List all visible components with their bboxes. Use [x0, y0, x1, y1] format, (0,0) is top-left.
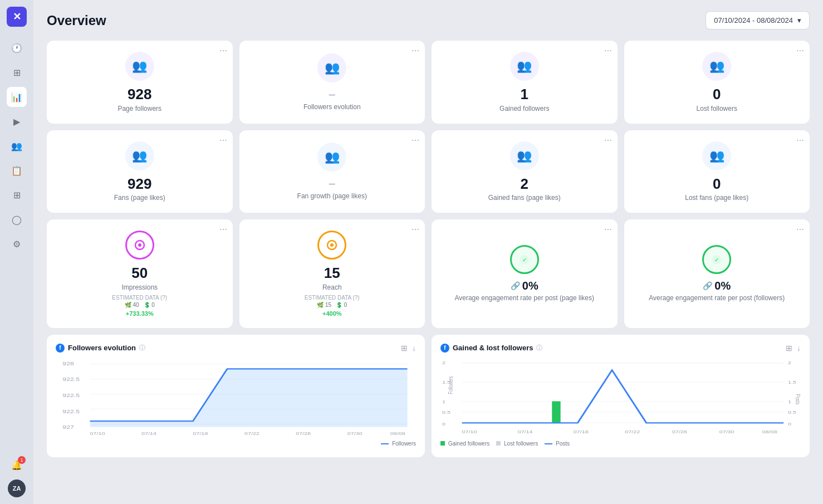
reach-value: 15 — [324, 265, 340, 281]
svg-text:07/14: 07/14 — [141, 431, 156, 436]
svg-text:922.5: 922.5 — [62, 376, 80, 382]
card-menu-icon[interactable]: ⋯ — [796, 225, 804, 234]
svg-text:07/18: 07/18 — [193, 431, 208, 436]
svg-text:08/08: 08/08 — [390, 431, 405, 436]
sidebar-item-doc[interactable]: 📋 — [7, 160, 27, 180]
card-menu-icon[interactable]: ⋯ — [604, 136, 612, 145]
fan-growth-value: – — [329, 177, 335, 190]
stat-card-page-followers: ⋯ 👥 928 Page followers — [47, 41, 233, 124]
followers-evolution-value: – — [329, 88, 335, 101]
stat-card-gained-followers: ⋯ 👥 1 Gained followers — [432, 41, 618, 124]
gained-followers-value: 1 — [521, 86, 528, 102]
facebook-icon: f — [56, 344, 65, 353]
lost-fans-label: Lost fans (page likes) — [685, 194, 748, 202]
lost-fans-value: 0 — [713, 176, 721, 192]
card-menu-icon[interactable]: ⋯ — [796, 46, 804, 55]
sidebar-item-grid[interactable]: ⊞ — [7, 62, 27, 82]
download-btn[interactable]: ↓ — [412, 344, 416, 353]
info-icon[interactable]: ⓘ — [139, 344, 145, 352]
legend-followers-label: Followers — [392, 441, 416, 447]
svg-text:✓: ✓ — [714, 257, 719, 263]
sidebar-item-clock[interactable]: 🕐 — [7, 38, 27, 58]
fan-growth-label: Fan growth (page likes) — [297, 192, 367, 200]
gained-fans-value: 2 — [521, 176, 528, 192]
card-menu-icon[interactable]: ⋯ — [604, 46, 612, 55]
card-menu-icon[interactable]: ⋯ — [219, 225, 227, 234]
chart-header: f Gained & lost followers ⓘ ⊞ ↓ — [440, 344, 801, 353]
stat-card-impressions: ⋯ 50 Impressions ESTIMATED DATA (?) 🌿 40… — [47, 219, 233, 328]
stat-card-avg-engagement-likes: ⋯ ✓ 🔗 0% Average engagement rate per pos… — [432, 219, 618, 328]
card-menu-icon[interactable]: ⋯ — [796, 136, 804, 145]
fans-icon: 👥 — [125, 141, 154, 170]
notification-badge: 1 — [18, 456, 26, 464]
svg-text:07/18: 07/18 — [574, 429, 589, 434]
svg-text:Posts: Posts — [794, 394, 801, 404]
svg-text:07/22: 07/22 — [625, 429, 640, 434]
avg-engagement-followers-icon: ✓ — [702, 245, 731, 274]
legend-lost-label: Lost followers — [504, 441, 538, 447]
card-menu-icon[interactable]: ⋯ — [219, 136, 227, 145]
app-logo[interactable]: ✕ — [7, 7, 27, 27]
sidebar-item-play[interactable]: ▶ — [7, 111, 27, 131]
grid-view-btn[interactable]: ⊞ — [401, 344, 408, 353]
stats-row-1: ⋯ 👥 928 Page followers ⋯ 👥 – Followers e… — [47, 41, 810, 124]
chart-legend: Gained followers Lost followers Posts — [440, 441, 801, 447]
sidebar-item-people[interactable]: 👥 — [7, 136, 27, 156]
reach-estimated: ESTIMATED DATA (?) — [305, 295, 360, 301]
svg-text:Followers: Followers — [447, 376, 454, 394]
card-menu-icon[interactable]: ⋯ — [412, 46, 419, 55]
chart-title-row: f Gained & lost followers ⓘ — [440, 344, 542, 353]
grid-view-btn[interactable]: ⊞ — [786, 344, 792, 353]
date-range-picker[interactable]: 07/10/2024 - 08/08/2024 ▾ — [706, 11, 810, 30]
svg-point-3 — [330, 243, 334, 247]
chart-legend: Followers — [56, 441, 416, 447]
info-icon[interactable]: ⓘ — [536, 344, 542, 352]
sidebar-item-table[interactable]: ⊞ — [7, 185, 27, 205]
svg-text:08/08: 08/08 — [762, 429, 777, 434]
gained-followers-label: Gained followers — [499, 105, 549, 112]
card-menu-icon[interactable]: ⋯ — [219, 46, 227, 55]
fan-growth-icon: 👥 — [317, 143, 346, 172]
stats-row-2: ⋯ 👥 929 Fans (page likes) ⋯ 👥 – Fan grow… — [47, 130, 810, 213]
chart-title: Gained & lost followers — [453, 344, 533, 352]
gained-lost-svg: 2 1.5 1 0.5 0 2 1.5 1 0.5 0 — [440, 358, 801, 436]
chart-actions: ⊞ ↓ — [401, 344, 416, 353]
chart-header: f Followers evolution ⓘ ⊞ ↓ — [56, 344, 416, 353]
followers-evolution-icon: 👥 — [317, 53, 346, 82]
reach-breakdown: 🌿 15💲 0 — [317, 302, 347, 308]
impressions-value: 50 — [131, 265, 148, 281]
avg-engagement-followers-label: Average engagement rate per post (follow… — [649, 294, 785, 302]
download-btn[interactable]: ↓ — [797, 344, 801, 353]
svg-text:07/26: 07/26 — [672, 429, 687, 434]
card-menu-icon[interactable]: ⋯ — [604, 225, 612, 234]
chart-title-row: f Followers evolution ⓘ — [56, 344, 145, 353]
svg-text:922.5: 922.5 — [62, 393, 80, 398]
sidebar-item-settings[interactable]: ⚙ — [7, 234, 27, 254]
notification-icon[interactable]: 🔔 1 — [7, 455, 27, 475]
avg-engagement-likes-icon: ✓ — [510, 245, 539, 274]
facebook-icon: f — [440, 344, 449, 353]
followers-evolution-chart: f Followers evolution ⓘ ⊞ ↓ 928 922.5 92… — [47, 335, 425, 457]
svg-text:1: 1 — [442, 399, 445, 404]
impressions-breakdown: 🌿 40💲 0 — [125, 302, 155, 308]
svg-text:07/26: 07/26 — [296, 431, 311, 436]
reach-label: Reach — [322, 283, 342, 291]
stat-card-gained-fans: ⋯ 👥 2 Gained fans (page likes) — [432, 130, 618, 213]
sidebar-item-circle[interactable]: ◯ — [7, 209, 27, 229]
svg-text:2: 2 — [442, 360, 445, 365]
svg-text:922.5: 922.5 — [62, 409, 80, 414]
gained-followers-icon: 👥 — [510, 52, 539, 81]
svg-text:0.5: 0.5 — [442, 410, 450, 414]
card-menu-icon[interactable]: ⋯ — [412, 136, 419, 145]
chevron-down-icon: ▾ — [797, 16, 801, 25]
lost-followers-icon: 👥 — [702, 52, 731, 81]
svg-rect-41 — [552, 401, 560, 423]
card-menu-icon[interactable]: ⋯ — [412, 225, 419, 234]
chart-title: Followers evolution — [68, 344, 136, 352]
user-avatar[interactable]: ZA — [8, 479, 26, 497]
legend-posts-label: Posts — [556, 441, 570, 447]
main-content: Overview 07/10/2024 - 08/08/2024 ▾ ⋯ 👥 9… — [33, 0, 823, 504]
sidebar-item-chart[interactable]: 📊 — [7, 87, 27, 107]
svg-text:1.5: 1.5 — [788, 380, 796, 385]
stat-card-lost-fans: ⋯ 👥 0 Lost fans (page likes) — [624, 130, 810, 213]
